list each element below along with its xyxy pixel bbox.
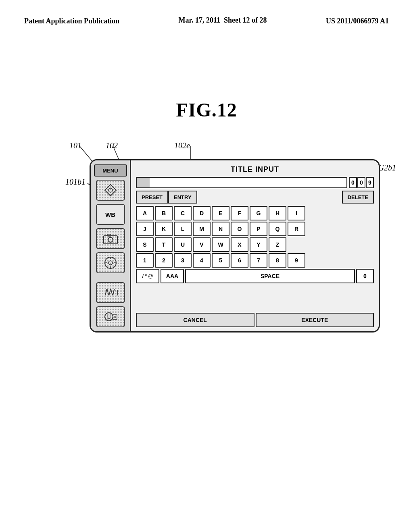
diamond-icon xyxy=(103,183,118,197)
page-header: Patent Application Publication Mar. 17, … xyxy=(0,0,413,26)
key-C[interactable]: C xyxy=(174,206,192,220)
key-K[interactable]: K xyxy=(155,222,173,236)
svg-point-11 xyxy=(108,188,113,192)
execute-button[interactable]: EXECUTE xyxy=(256,313,374,327)
menu-button[interactable]: MENU xyxy=(94,164,127,177)
svg-text:ꟿT: ꟿT xyxy=(104,287,118,297)
label-g2b1: G2b1 xyxy=(378,163,396,172)
svg-marker-10 xyxy=(105,185,116,196)
key-O[interactable]: O xyxy=(231,222,248,236)
title-bar: TITLE INPUT xyxy=(136,164,374,175)
svg-point-23 xyxy=(107,316,108,317)
sidebar-icon-wb[interactable]: WB xyxy=(96,204,125,225)
key-U[interactable]: U xyxy=(174,237,192,252)
svg-rect-25 xyxy=(113,315,117,320)
figure-title: FIG.12 xyxy=(0,99,413,121)
key-G[interactable]: G xyxy=(250,206,267,220)
settings-icon xyxy=(103,256,118,270)
sidebar-icon-diamond[interactable] xyxy=(96,180,125,201)
camera-icon xyxy=(103,233,118,245)
device-container: MENU WB xyxy=(90,159,380,332)
key-B[interactable]: B xyxy=(155,206,173,220)
sidebar-icon-text[interactable]: ꟿT xyxy=(96,282,125,303)
key-H[interactable]: H xyxy=(269,206,286,220)
delete-button[interactable]: DELETE xyxy=(342,191,374,204)
key-T[interactable]: T xyxy=(155,237,173,252)
key-0[interactable]: 0 xyxy=(356,269,374,283)
preset-button[interactable]: PRESET xyxy=(136,191,168,204)
key-J[interactable]: J xyxy=(136,222,154,236)
main-panel: TITLE INPUT xyxy=(131,160,379,331)
patent-label: Patent Application Publication xyxy=(24,16,119,26)
sidebar-icon-face[interactable] xyxy=(96,306,125,327)
key-F[interactable]: F xyxy=(231,206,248,220)
face-icon xyxy=(103,309,118,324)
key-row-5: / * @ AAA SPACE 0 xyxy=(136,269,374,283)
sidebar-icon-camera[interactable] xyxy=(96,228,125,249)
key-aaa[interactable]: AAA xyxy=(161,269,184,283)
key-Y[interactable]: Y xyxy=(250,237,267,252)
key-Z[interactable]: Z xyxy=(269,237,286,252)
svg-point-22 xyxy=(105,313,113,321)
counter-digit-2: 0 xyxy=(357,177,365,188)
key-V[interactable]: V xyxy=(193,237,211,252)
key-row-2: J K L M N O P Q R xyxy=(136,222,374,236)
key-M[interactable]: M xyxy=(193,222,211,236)
sidebar-icon-settings[interactable] xyxy=(96,252,125,273)
entry-button[interactable]: ENTRY xyxy=(168,191,197,204)
sidebar: MENU WB xyxy=(91,160,131,331)
svg-rect-14 xyxy=(108,234,111,236)
label-101b1: 101b1 xyxy=(65,177,86,187)
counter-box: 0 0 9 xyxy=(349,177,374,188)
key-R[interactable]: R xyxy=(288,222,305,236)
label-102: 102 xyxy=(106,141,118,150)
key-P[interactable]: P xyxy=(250,222,267,236)
counter-digit-3: 9 xyxy=(366,177,374,188)
key-Q[interactable]: Q xyxy=(269,222,286,236)
keyboard: A B C D E F G H I J K L M N O xyxy=(136,206,374,310)
key-row-4: 1 2 3 4 5 6 7 8 9 xyxy=(136,253,374,268)
key-7[interactable]: 7 xyxy=(250,253,267,268)
key-special[interactable]: / * @ xyxy=(136,269,159,283)
label-102e: 102e xyxy=(174,141,190,150)
key-A[interactable]: A xyxy=(136,206,154,220)
counter-digit-1: 0 xyxy=(349,177,357,188)
cancel-button[interactable]: CANCEL xyxy=(136,313,254,327)
preset-entry-row: PRESET ENTRY DELETE xyxy=(136,191,374,204)
key-W[interactable]: W xyxy=(212,237,229,252)
key-8[interactable]: 8 xyxy=(269,253,286,268)
key-row-1: A B C D E F G H I xyxy=(136,206,374,220)
text-field-lines xyxy=(137,178,346,187)
key-9[interactable]: 9 xyxy=(288,253,305,268)
svg-point-16 xyxy=(108,261,113,265)
key-empty-1 xyxy=(288,237,305,252)
input-row: 0 0 9 xyxy=(136,177,374,188)
key-I[interactable]: I xyxy=(288,206,305,220)
key-L[interactable]: L xyxy=(174,222,192,236)
title-input-label: TITLE INPUT xyxy=(231,165,279,174)
key-row-3: S T U V W X Y Z xyxy=(136,237,374,252)
key-S[interactable]: S xyxy=(136,237,154,252)
svg-point-24 xyxy=(109,316,111,317)
key-1[interactable]: 1 xyxy=(136,253,154,268)
title-text-field[interactable] xyxy=(136,177,347,188)
patent-number: US 2011/0066979 A1 xyxy=(326,16,389,26)
key-4[interactable]: 4 xyxy=(193,253,211,268)
svg-point-13 xyxy=(108,237,113,242)
key-D[interactable]: D xyxy=(193,206,211,220)
key-space[interactable]: SPACE xyxy=(185,269,355,283)
key-X[interactable]: X xyxy=(231,237,248,252)
patent-date: Mar. 17, 2011 Sheet 12 of 28 xyxy=(179,16,267,25)
key-5[interactable]: 5 xyxy=(212,253,229,268)
key-E[interactable]: E xyxy=(212,206,229,220)
key-2[interactable]: 2 xyxy=(155,253,173,268)
text-icon: ꟿT xyxy=(103,285,118,300)
bottom-row: CANCEL EXECUTE xyxy=(136,313,374,327)
key-6[interactable]: 6 xyxy=(231,253,248,268)
key-N[interactable]: N xyxy=(212,222,229,236)
key-3[interactable]: 3 xyxy=(174,253,192,268)
label-101: 101 xyxy=(69,141,81,150)
